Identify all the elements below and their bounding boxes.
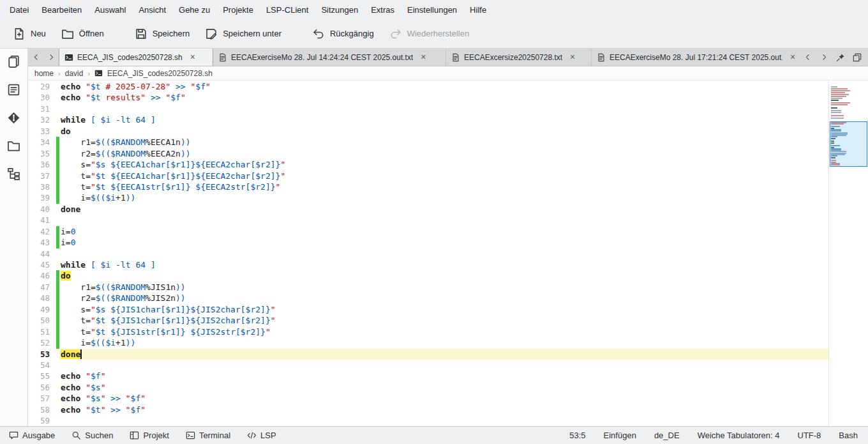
line-number[interactable]: 33 (28, 126, 56, 137)
line-number[interactable]: 30 (28, 92, 56, 103)
code-text[interactable]: t="$t ${JIS1char[$r1]}${JIS2char[$r2]}" (59, 315, 828, 326)
code-text[interactable]: i=0 (59, 226, 828, 237)
dictionary[interactable]: de_DE (653, 429, 681, 442)
line-number[interactable]: 45 (28, 259, 56, 270)
code-text[interactable]: r1=$(($RANDOM%JIS1n)) (59, 282, 828, 293)
code-text[interactable]: while [ $i -lt 64 ] (59, 259, 828, 270)
code-text[interactable]: r1=$(($RANDOM%EECA1n)) (59, 137, 828, 148)
line-number[interactable]: 38 (28, 181, 56, 192)
line-number[interactable]: 59 (28, 415, 56, 426)
menu-einstellungen[interactable]: Einstellungen (401, 3, 463, 17)
output-toolview-button[interactable]: Ausgabe (5, 429, 59, 442)
code-text[interactable]: s="$s ${EECA1char[$r1]}${EECA2char[$r2]}… (59, 159, 828, 170)
code-text[interactable]: i=$(($i+1)) (59, 337, 828, 348)
line-number[interactable]: 57 (28, 393, 56, 404)
tab-scroll-left-button[interactable] (28, 49, 43, 66)
new-button[interactable]: Neu (6, 23, 52, 45)
code-text[interactable] (59, 415, 828, 426)
save-as-button[interactable]: Speichern unter (198, 23, 288, 45)
breadcrumb-home[interactable]: home (34, 69, 54, 78)
tab-eecaexercisemo-28-jul-14-24-24-cest-2025[interactable]: EECAExerciseMo 28. Jul 14:24:24 CEST 202… (213, 49, 446, 66)
code-text[interactable] (59, 215, 828, 226)
line-number[interactable]: 29 (28, 81, 56, 92)
code-text[interactable]: t="$t ${EECA1str[$r1]} ${EECA2str[$r2]}" (59, 181, 828, 192)
code-text[interactable]: echo "$s" >> "$f" (59, 393, 828, 404)
line-number[interactable]: 53 (28, 349, 56, 360)
tab-close-button[interactable]: × (788, 52, 797, 63)
tab-eecaexcersize20250728-txt[interactable]: EECAExcersize20250728.txt× (446, 49, 592, 66)
line-number[interactable]: 34 (28, 137, 56, 148)
menu-projekte[interactable]: Projekte (217, 3, 259, 17)
tab-next-button[interactable] (816, 50, 832, 65)
search-toolview-button[interactable]: Suchen (68, 429, 117, 442)
line-number[interactable]: 51 (28, 326, 56, 337)
encoding[interactable]: UTF-8 (797, 429, 823, 442)
code-text[interactable]: echo "$t results" >> "$f" (59, 92, 828, 103)
code-text[interactable]: echo "$s" (59, 382, 828, 393)
code-text[interactable]: echo "$f" (59, 371, 828, 381)
save-button[interactable]: Speichern (128, 23, 197, 45)
tab-prev-button[interactable] (800, 50, 815, 65)
tab-close-button[interactable]: × (567, 52, 578, 63)
sidebar-item-project-tree[interactable] (4, 164, 24, 184)
project-toolview-button[interactable]: Projekt (126, 429, 172, 442)
code-text[interactable] (59, 360, 828, 371)
menu-ansicht[interactable]: Ansicht (133, 3, 172, 17)
tab-scroll-right-button[interactable] (43, 49, 59, 66)
line-number[interactable]: 35 (28, 148, 56, 159)
menu-hilfe[interactable]: Hilfe (464, 3, 492, 17)
cursor-position[interactable]: 53:5 (568, 429, 587, 442)
code-text[interactable]: done (59, 204, 828, 215)
breadcrumb-david[interactable]: david (65, 69, 84, 78)
menu-lsp-client[interactable]: LSP-CLient (260, 3, 314, 17)
line-number[interactable]: 55 (28, 371, 56, 381)
sidebar-item-filesystem[interactable] (4, 135, 24, 156)
pin-tab-button[interactable] (833, 50, 848, 65)
lsp-toolview-button[interactable]: LSP (243, 429, 280, 442)
line-number[interactable]: 32 (28, 114, 56, 125)
tab-eecaexercisemo-28-jul-17-21-24-cest-2025[interactable]: EECAExerciseMo 28. Jul 17:21:24 CEST 202… (592, 49, 797, 66)
line-number[interactable]: 43 (28, 237, 56, 248)
code-text[interactable]: s="$s ${JIS1char[$r1]}${JIS2char[$r2]}" (59, 304, 828, 315)
syntax-mode[interactable]: Bash (837, 429, 859, 442)
sidebar-item-git[interactable] (4, 107, 24, 128)
terminal-toolview-button[interactable]: Terminal (182, 429, 234, 442)
editor[interactable]: 29echo "$t # 2025-07-28" >> "$f"30echo "… (28, 80, 828, 426)
sidebar-item-documents[interactable] (4, 51, 24, 72)
code-text[interactable] (59, 249, 828, 259)
code-text[interactable]: while [ $i -lt 64 ] (59, 114, 828, 125)
tab-overview-button[interactable] (849, 50, 865, 65)
line-number[interactable]: 44 (28, 249, 56, 259)
line-number[interactable]: 36 (28, 159, 56, 170)
code-text[interactable]: do (59, 126, 828, 137)
line-number[interactable]: 37 (28, 171, 56, 181)
menu-sitzungen[interactable]: Sitzungen (315, 3, 364, 17)
menu-extras[interactable]: Extras (365, 3, 400, 17)
sidebar-item-outline[interactable] (4, 79, 24, 100)
line-number[interactable]: 54 (28, 360, 56, 371)
line-number[interactable]: 50 (28, 315, 56, 326)
line-number[interactable]: 52 (28, 337, 56, 348)
menu-datei[interactable]: Datei (4, 3, 34, 17)
code-text[interactable]: r2=$(($RANDOM%EECA2n)) (59, 148, 828, 159)
code-text[interactable]: echo "$t" >> "$f" (59, 404, 828, 415)
code-text[interactable]: t="$t ${EECA1char[$r1]}${EECA2char[$r2]}… (59, 171, 828, 181)
minimap-viewport[interactable] (830, 121, 867, 167)
line-number[interactable]: 40 (28, 204, 56, 215)
undo-button[interactable]: Rückgängig (306, 23, 380, 45)
line-number[interactable]: 48 (28, 293, 56, 303)
line-number[interactable]: 46 (28, 270, 56, 281)
tab-close-button[interactable]: × (418, 52, 428, 63)
line-number[interactable]: 58 (28, 404, 56, 415)
code-text[interactable]: r2=$(($RANDOM%JIS2n)) (59, 293, 828, 303)
menu-bearbeiten[interactable]: Bearbeiten (36, 3, 87, 17)
line-number[interactable]: 47 (28, 282, 56, 293)
line-number[interactable]: 39 (28, 192, 56, 203)
tab-close-button[interactable]: × (188, 52, 198, 63)
breadcrumb-file[interactable]: EECA_JIS_codes20250728.sh (107, 69, 213, 78)
code-text[interactable]: done (59, 349, 828, 360)
input-mode[interactable]: Einfügen (602, 429, 638, 442)
open-button[interactable]: Öffnen (55, 23, 110, 45)
minimap-scrollbar[interactable] (828, 80, 868, 426)
code-text[interactable]: i=0 (59, 237, 828, 248)
